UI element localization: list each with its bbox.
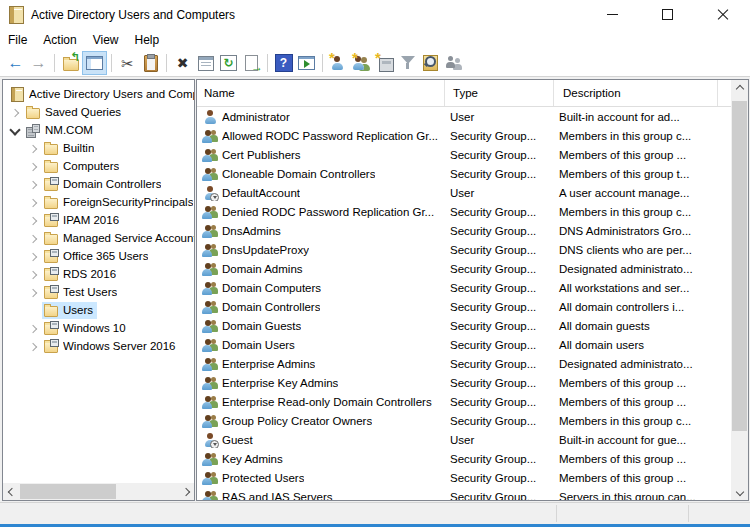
scrollbar-thumb[interactable] [20,484,116,499]
tree-item-office-365-users[interactable]: Office 365 Users [3,247,194,265]
table-row[interactable]: Enterprise Read-only Domain Controllers … [197,392,731,411]
table-row[interactable]: Administrator User Built-in account for … [197,107,731,126]
delete-button[interactable]: ✖ [171,52,194,74]
refresh-button[interactable]: ↻ [217,52,240,74]
object-name: Domain Controllers [222,301,320,313]
table-row[interactable]: Denied RODC Password Replication Gr... S… [197,202,731,221]
help-button[interactable]: ? [272,52,295,74]
column-header-name[interactable]: Name [197,80,445,106]
table-row[interactable]: Group Policy Creator Owners Security Gro… [197,411,731,430]
object-list-panel: Name Type Description Administrator [196,79,749,501]
show-console-tree-toggle[interactable] [82,51,107,75]
tree-item-ipam-2016[interactable]: IPAM 2016 [3,211,194,229]
expander-icon[interactable] [28,342,37,351]
object-type: Security Group... [442,358,550,370]
menu-view[interactable]: View [85,29,127,50]
table-row[interactable]: DnsAdmins Security Group... DNS Administ… [197,221,731,240]
menu-file[interactable]: File [0,29,35,50]
object-description: Members of this group ... [550,396,731,408]
table-row[interactable]: Enterprise Key Admins Security Group... … [197,373,731,392]
table-row[interactable]: Key Admins Security Group... Members of … [197,449,731,468]
expander-icon[interactable] [28,234,37,243]
table-row[interactable]: Domain Controllers Security Group... All… [197,297,731,316]
properties-button[interactable] [194,52,217,74]
table-row[interactable]: RAS and IAS Servers Security Group... Se… [197,487,731,500]
scrollbar-track[interactable] [18,483,179,500]
scroll-left-button[interactable] [3,483,18,500]
ou-folder-icon [43,338,59,354]
scroll-down-button[interactable] [731,485,748,500]
expander-icon[interactable] [28,252,37,261]
tree-item-rds-2016[interactable]: RDS 2016 [3,265,194,283]
maximize-button[interactable] [640,0,695,29]
tree-item-windows-10[interactable]: Windows 10 [3,319,194,337]
table-row[interactable]: Domain Admins Security Group... Designat… [197,259,731,278]
expander-icon[interactable] [28,270,37,279]
menu-help[interactable]: Help [127,29,168,50]
domain-icon [25,122,41,138]
table-row[interactable]: Protected Users Security Group... Member… [197,468,731,487]
table-row[interactable]: DnsUpdateProxy Security Group... DNS cli… [197,240,731,259]
list-header-row: Name Type Description [197,80,731,107]
expander-icon[interactable] [28,288,37,297]
new-user-button[interactable]: * [327,52,350,74]
tree-horizontal-scrollbar [3,483,194,500]
table-row[interactable]: Guest User Built-in account for gue... [197,430,731,449]
export-list-button[interactable]: → [240,52,263,74]
table-row[interactable]: DefaultAccount User A user account manag… [197,183,731,202]
scrollbar-thumb[interactable] [732,101,747,431]
table-row[interactable]: Allowed RODC Password Replication Gr... … [197,126,731,145]
object-name: Protected Users [222,472,304,484]
expander-icon[interactable] [28,324,37,333]
tree-item-domain-controllers[interactable]: Domain Controllers [3,175,194,193]
expander-icon[interactable] [10,126,19,135]
scrollbar-track[interactable] [731,95,748,485]
show-in-new-window-button[interactable] [295,52,318,74]
table-row[interactable]: Cert Publishers Security Group... Member… [197,145,731,164]
status-bar-divider [688,505,689,522]
new-group-button[interactable]: * [350,52,373,74]
paste-button[interactable] [139,52,162,74]
close-button[interactable] [695,0,750,29]
filter-button[interactable] [396,52,419,74]
scroll-right-button[interactable] [179,483,194,500]
folder-icon [43,158,59,174]
tree-item-builtin[interactable]: Builtin [3,139,194,157]
add-to-group-button[interactable] [442,52,465,74]
table-row[interactable]: Domain Computers Security Group... All w… [197,278,731,297]
expander-icon[interactable] [28,162,37,171]
scroll-up-button[interactable] [731,80,748,95]
tree-item-nm-com[interactable]: NM.COM [3,121,194,139]
tree-item-foreignsecurityprincipals[interactable]: ForeignSecurityPrincipals [3,193,194,211]
new-ou-button[interactable]: * [373,52,396,74]
expander-icon[interactable] [28,144,37,153]
object-type: Security Group... [442,453,550,465]
expander-icon[interactable] [28,216,37,225]
up-one-level-button[interactable]: ↰ [59,52,82,74]
tree-item-test-users[interactable]: Test Users [3,283,194,301]
tree-item-computers[interactable]: Computers [3,157,194,175]
tree-item-windows-server-2016[interactable]: Windows Server 2016 [3,337,194,355]
forward-button[interactable]: → [27,52,50,74]
table-row[interactable]: Domain Guests Security Group... All doma… [197,316,731,335]
table-row[interactable]: Domain Users Security Group... All domai… [197,335,731,354]
cell-name: Enterprise Admins [197,356,442,372]
back-button[interactable]: ← [4,52,27,74]
ou-folder-icon [43,320,59,336]
column-header-description[interactable]: Description [554,80,718,106]
expander-icon[interactable] [28,180,37,189]
minimize-button[interactable] [585,0,640,29]
column-header-type[interactable]: Type [445,80,554,106]
table-row[interactable]: Enterprise Admins Security Group... Desi… [197,354,731,373]
tree-item-root[interactable]: Active Directory Users and Computers [3,85,194,103]
table-row[interactable]: Cloneable Domain Controllers Security Gr… [197,164,731,183]
menu-action[interactable]: Action [35,29,84,50]
expander-icon[interactable] [10,108,19,117]
toolbar-separator [166,54,167,72]
tree-item-users[interactable]: Users [3,301,194,319]
tree-item-managed-service-accounts[interactable]: Managed Service Accounts [3,229,194,247]
cut-button[interactable]: ✂ [116,52,139,74]
tree-item-saved-queries[interactable]: Saved Queries [3,103,194,121]
find-button[interactable] [419,52,442,74]
expander-icon[interactable] [28,198,37,207]
